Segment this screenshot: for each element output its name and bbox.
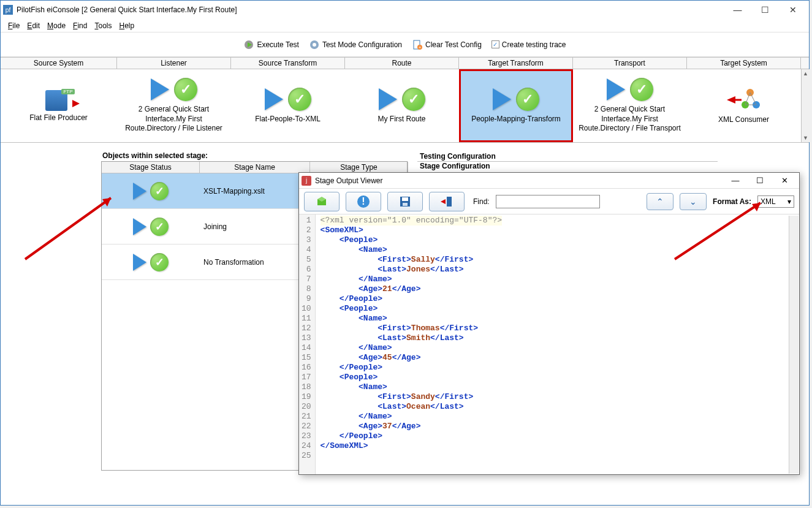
stage-listener[interactable]: ✓ 2 General Quick Start Interface.My Fir… [117, 69, 231, 142]
close-button[interactable]: ✕ [779, 1, 806, 18]
export-icon [439, 195, 454, 208]
stage-transport[interactable]: ✓ 2 General Quick Start Interface.My Fir… [573, 69, 687, 142]
pipeline-headers: Source System Listener Source Transform … [1, 57, 809, 69]
menu-help[interactable]: Help [115, 20, 138, 31]
check-icon: ✓ [516, 88, 539, 111]
svg-line-22 [25, 198, 111, 259]
stage-listener-label: 2 General Quick Start Interface.My First… [120, 105, 228, 134]
document-clear-icon: + [412, 39, 423, 50]
find-next-button[interactable]: ⌄ [680, 193, 707, 210]
col-stage-status[interactable]: Stage Status [102, 162, 200, 173]
play-icon [265, 88, 283, 110]
find-input[interactable] [496, 195, 600, 208]
format-as-select[interactable]: XML ▾ [757, 195, 794, 208]
svg-marker-7 [727, 96, 735, 104]
play-icon [133, 183, 146, 200]
stage-target-system[interactable]: XML Consumer [687, 69, 801, 142]
stage-target-system-label: XML Consumer [718, 115, 769, 125]
svg-marker-21 [441, 199, 446, 204]
objects-panel-label: Objects within selected stage: [101, 151, 408, 160]
svg-rect-20 [447, 197, 452, 207]
find-prev-button[interactable]: ⌃ [647, 193, 674, 210]
menu-bar: File Edit Mode Find Tools Help [1, 19, 809, 32]
header-listener: Listener [117, 58, 231, 69]
menu-edit[interactable]: Edit [23, 20, 44, 31]
gear-play-icon [243, 39, 254, 50]
chevron-up-icon: ⌃ [656, 197, 664, 207]
gear-icon [309, 39, 320, 50]
chevron-down-icon: ▾ [787, 197, 791, 206]
svg-text:+: + [419, 45, 421, 50]
play-icon [133, 218, 146, 235]
viewer-save-button[interactable] [387, 192, 423, 211]
app-icon: pf [3, 5, 13, 15]
line-gutter: 1 2 3 4 5 6 7 8 9 10 11 12 13 14 15 16 1… [299, 214, 316, 474]
svg-rect-18 [402, 197, 408, 201]
pipeline-scrollbar[interactable]: ▲▼ [801, 69, 810, 142]
minimize-button[interactable]: — [724, 1, 751, 18]
header-target-system: Target System [687, 58, 801, 69]
play-icon [151, 78, 169, 100]
svg-point-3 [313, 43, 316, 47]
viewer-title-bar: j Stage Output Viewer — ☐ ✕ [299, 173, 799, 189]
code-area[interactable]: 1 2 3 4 5 6 7 8 9 10 11 12 13 14 15 16 1… [299, 214, 799, 474]
execute-test-label: Execute Test [257, 40, 298, 49]
stage-output-viewer-window: j Stage Output Viewer — ☐ ✕ ! [298, 172, 800, 475]
stage-transport-label: 2 General Quick Start Interface.My First… [575, 105, 684, 134]
menu-mode[interactable]: Mode [44, 20, 69, 31]
ftp-icon: FTP [42, 89, 76, 113]
viewer-export-button[interactable] [429, 192, 465, 211]
header-target-transform: Target Transform [459, 58, 573, 69]
clear-test-config-label: Clear Test Config [425, 40, 482, 49]
stage-source-system-label: Flat File Producer [29, 113, 88, 123]
viewer-app-icon: j [302, 176, 311, 186]
check-icon: ✓ [288, 88, 311, 111]
save-icon [399, 195, 411, 208]
format-as-label: Format As: [713, 197, 751, 206]
format-as-value: XML [761, 197, 776, 206]
col-stage-name[interactable]: Stage Name [200, 162, 310, 173]
check-icon: ✓ [150, 253, 169, 271]
code-content: <?xml version="1.0" encoding="UTF-8"?><S… [316, 214, 507, 474]
viewer-info-button[interactable]: ! [346, 192, 381, 211]
header-source-system: Source System [1, 58, 117, 69]
stage-source-transform[interactable]: ✓ Flat-People-To-XML [231, 69, 345, 142]
find-label: Find: [473, 197, 490, 206]
chevron-down-icon: ⌄ [689, 197, 697, 207]
xml-consumer-icon [727, 86, 761, 115]
check-icon: ✓ [150, 218, 169, 236]
menu-tools[interactable]: Tools [91, 20, 115, 31]
stage-target-transform[interactable]: ✓ People-Mapping-Transform [459, 69, 573, 142]
header-transport: Transport [573, 58, 687, 69]
create-testing-trace-label: Create testing trace [502, 40, 566, 49]
checkbox-icon: ✓ [491, 40, 499, 48]
viewer-minimize-button[interactable]: — [723, 173, 748, 188]
menu-find[interactable]: Find [69, 20, 91, 31]
viewer-close-button[interactable]: ✕ [772, 173, 797, 188]
svg-rect-19 [403, 203, 408, 206]
test-mode-config-button[interactable]: Test Mode Configuration [309, 39, 402, 50]
pipeline-row: FTP Flat File Producer ✓ 2 General Quick… [1, 69, 809, 143]
box-icon [316, 195, 328, 208]
toolbar: Execute Test Test Mode Configuration + C… [1, 32, 809, 57]
maximize-button[interactable]: ☐ [751, 1, 779, 18]
title-bar: pf PilotFish eiConsole [2 General Quick … [1, 1, 809, 19]
clear-test-config-button[interactable]: + Clear Test Config [412, 39, 482, 50]
col-stage-type[interactable]: Stage Type [310, 162, 408, 173]
play-icon [607, 78, 625, 100]
menu-file[interactable]: File [4, 20, 23, 31]
stage-route[interactable]: ✓ My First Route [345, 69, 459, 142]
stage-target-transform-label: People-Mapping-Transform [471, 115, 561, 124]
testing-configuration-header: Testing Configuration [417, 151, 718, 162]
test-mode-config-label: Test Mode Configuration [322, 40, 402, 49]
stage-source-transform-label: Flat-People-To-XML [255, 115, 321, 124]
check-icon: ✓ [150, 182, 169, 200]
play-icon [133, 254, 146, 271]
viewer-maximize-button[interactable]: ☐ [748, 173, 772, 188]
viewer-scrollbar[interactable] [789, 216, 799, 474]
create-testing-trace-checkbox[interactable]: ✓ Create testing trace [491, 40, 566, 49]
viewer-box-button[interactable] [304, 192, 340, 211]
stage-source-system[interactable]: FTP Flat File Producer [1, 69, 117, 142]
execute-test-button[interactable]: Execute Test [243, 39, 298, 50]
header-route: Route [345, 58, 459, 69]
